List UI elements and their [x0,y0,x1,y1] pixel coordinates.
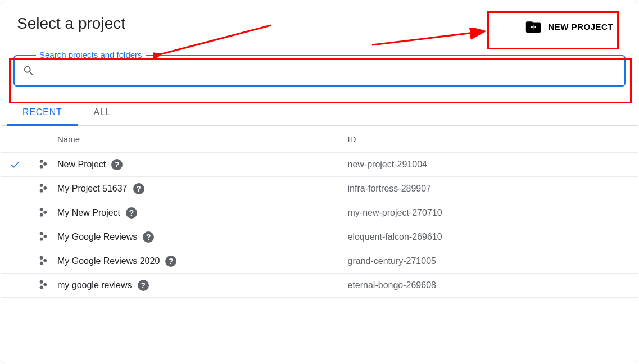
project-name-cell: My Google Reviews? [57,231,348,243]
search-input[interactable] [40,66,617,76]
tabs: RECENT ALL [1,100,638,126]
svg-marker-25 [39,280,43,284]
svg-marker-12 [39,165,43,169]
project-type-icon [29,184,57,194]
table-row[interactable]: My New Project?my-new-project-270710 [1,201,638,225]
svg-marker-20 [43,235,47,238]
dialog-header: Select a project [1,15,638,38]
new-project-label: NEW PROJECT [548,22,613,31]
column-header-name[interactable]: Name [57,134,348,144]
help-icon[interactable]: ? [111,159,123,170]
project-name-cell: My New Project? [57,207,348,219]
project-id: grand-century-271005 [348,256,638,266]
svg-marker-13 [39,184,43,187]
project-name-cell: New Project? [57,159,348,170]
svg-marker-16 [39,208,43,211]
project-name: my google reviews [57,280,132,290]
svg-marker-21 [39,238,43,241]
svg-marker-14 [43,186,47,190]
new-project-folder-icon [525,20,541,33]
svg-marker-26 [43,283,47,286]
help-icon[interactable]: ? [133,183,144,194]
select-project-dialog: Select a project [1,1,638,363]
project-name-cell: my google reviews? [57,280,348,291]
project-id: new-project-291004 [348,160,638,170]
project-name: New Project [57,160,106,170]
new-project-button[interactable]: NEW PROJECT [516,15,622,38]
svg-marker-18 [39,213,43,217]
search-field[interactable]: Search projects and folders [13,55,626,87]
tab-all[interactable]: ALL [78,101,127,126]
project-type-icon [29,160,57,170]
help-icon[interactable]: ? [126,207,137,219]
project-name: My Google Reviews [57,232,137,242]
dialog-title: Select a project [17,15,125,33]
project-type-icon [29,280,57,290]
svg-marker-24 [39,262,43,265]
svg-marker-15 [39,189,43,193]
svg-marker-17 [43,211,47,214]
project-name: My Google Reviews 2020 [57,256,160,266]
search-icon [22,65,35,77]
table-row[interactable]: My Google Reviews 2020?grand-century-271… [1,249,638,274]
svg-marker-22 [39,256,43,260]
help-icon[interactable]: ? [165,256,176,267]
svg-marker-27 [39,286,43,289]
table-row[interactable]: My Project 51637?infra-fortress-289907 [1,177,638,201]
selected-check-icon [1,159,29,170]
svg-marker-10 [39,160,43,163]
help-icon[interactable]: ? [143,231,154,243]
table-row[interactable]: New Project?new-project-291004 [1,153,638,177]
project-type-icon [29,256,57,266]
svg-rect-2 [533,29,534,30]
project-id: eloquent-falcon-269610 [348,232,638,242]
project-name-cell: My Project 51637? [57,183,348,194]
project-id: infra-fortress-289907 [348,184,638,194]
svg-marker-11 [43,162,47,166]
project-id: eternal-bongo-269608 [348,280,638,290]
project-type-icon [29,232,57,242]
help-icon[interactable]: ? [138,280,149,291]
svg-rect-1 [533,25,534,26]
project-type-icon [29,208,57,218]
search-legend: Search projects and folders [36,50,146,60]
project-name: My New Project [57,208,120,218]
project-name: My Project 51637 [57,184,128,194]
svg-marker-19 [39,232,43,235]
projects-table: Name ID New Project?new-project-291004My… [1,126,638,298]
table-row[interactable]: my google reviews?eternal-bongo-269608 [1,274,638,298]
table-header-row: Name ID [1,126,638,153]
svg-point-9 [533,26,534,28]
project-name-cell: My Google Reviews 2020? [57,256,348,267]
table-row[interactable]: My Google Reviews?eloquent-falcon-269610 [1,225,638,249]
tab-recent[interactable]: RECENT [7,101,78,126]
search-wrapper: Search projects and folders [13,55,626,87]
project-id: my-new-project-270710 [348,208,638,218]
column-header-id[interactable]: ID [348,134,638,144]
svg-marker-23 [43,259,47,262]
